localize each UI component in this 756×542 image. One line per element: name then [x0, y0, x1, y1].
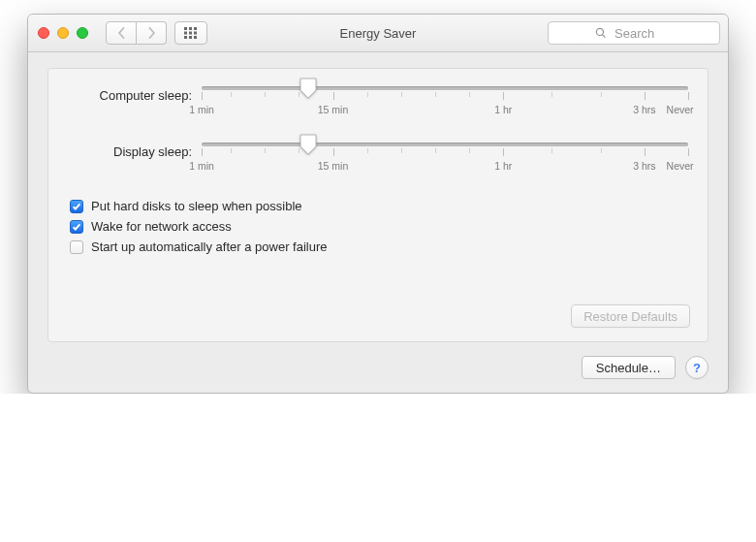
- back-button[interactable]: [106, 21, 137, 45]
- restore-defaults-button[interactable]: Restore Defaults: [571, 304, 690, 328]
- slider-track: [202, 86, 688, 90]
- help-button[interactable]: ?: [685, 356, 709, 379]
- slider-tick-labels: 1 min 15 min 1 hr 3 hrs Never: [202, 160, 688, 174]
- search-field[interactable]: [548, 21, 720, 45]
- hard-disk-sleep-option[interactable]: Put hard disks to sleep when possible: [70, 199, 688, 213]
- display-sleep-slider[interactable]: 1 min 15 min 1 hr 3 hrs Never: [202, 143, 688, 174]
- grid-icon: [184, 27, 198, 39]
- content: Computer sleep:: [28, 52, 728, 393]
- option-label: Start up automatically after a power fai…: [91, 239, 328, 254]
- svg-rect-8: [194, 36, 197, 39]
- display-sleep-row: Display sleep:: [68, 143, 688, 174]
- slider-ticks: [202, 92, 688, 104]
- svg-rect-0: [184, 27, 187, 30]
- computer-sleep-label: Computer sleep:: [68, 86, 202, 103]
- svg-rect-6: [184, 36, 187, 39]
- computer-sleep-row: Computer sleep:: [68, 86, 688, 117]
- check-icon: [72, 202, 81, 211]
- schedule-button[interactable]: Schedule…: [582, 356, 676, 379]
- preferences-window: Energy Saver Computer sleep:: [27, 14, 729, 394]
- nav-back-forward: [106, 21, 167, 45]
- titlebar: Energy Saver: [28, 15, 728, 52]
- slider-tick-labels: 1 min 15 min 1 hr 3 hrs Never: [202, 104, 688, 117]
- computer-sleep-slider[interactable]: 1 min 15 min 1 hr 3 hrs Never: [202, 86, 688, 117]
- minimize-icon[interactable]: [57, 27, 69, 39]
- show-all-button[interactable]: [174, 21, 207, 45]
- svg-rect-1: [189, 27, 192, 30]
- display-sleep-label: Display sleep:: [68, 143, 202, 159]
- options: Put hard disks to sleep when possible Wa…: [70, 199, 688, 254]
- svg-rect-5: [194, 32, 197, 35]
- auto-start-option[interactable]: Start up automatically after a power fai…: [70, 239, 688, 254]
- checkbox[interactable]: [70, 240, 83, 254]
- forward-button[interactable]: [137, 21, 167, 45]
- energy-panel: Computer sleep:: [47, 68, 709, 342]
- svg-rect-7: [189, 36, 192, 39]
- close-icon[interactable]: [38, 27, 49, 39]
- svg-rect-2: [194, 27, 197, 30]
- checkbox[interactable]: [70, 200, 83, 213]
- chevron-right-icon: [147, 27, 156, 39]
- search-icon: [595, 27, 607, 39]
- window-controls: [38, 27, 88, 39]
- option-label: Put hard disks to sleep when possible: [91, 199, 302, 213]
- help-icon: ?: [693, 361, 701, 375]
- chevron-left-icon: [117, 27, 126, 39]
- footer: Schedule… ?: [47, 356, 709, 379]
- wake-network-option[interactable]: Wake for network access: [70, 219, 688, 234]
- zoom-icon[interactable]: [77, 27, 88, 39]
- check-icon: [72, 222, 81, 232]
- slider-track: [202, 143, 688, 146]
- checkbox[interactable]: [70, 220, 83, 234]
- svg-rect-3: [184, 32, 187, 35]
- option-label: Wake for network access: [91, 219, 232, 234]
- svg-rect-4: [189, 32, 192, 35]
- search-input[interactable]: [613, 25, 673, 42]
- slider-ticks: [202, 148, 688, 160]
